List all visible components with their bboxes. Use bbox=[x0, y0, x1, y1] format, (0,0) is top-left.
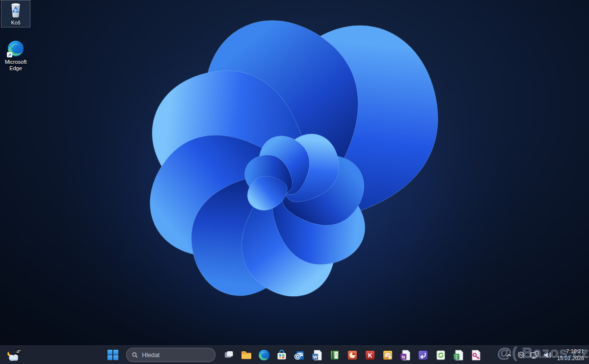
powerpoint-icon bbox=[346, 349, 359, 362]
desktop-wallpaper: Koš ↗ Microsoft Edge bbox=[0, 0, 589, 346]
onenote-icon: N bbox=[399, 349, 412, 362]
access-2007-button[interactable] bbox=[467, 347, 485, 363]
clock[interactable]: 7:10:21 15.01.2026 bbox=[555, 347, 587, 363]
volume-button[interactable] bbox=[541, 347, 554, 363]
powerpoint-2007-button[interactable] bbox=[344, 347, 361, 363]
search-icon bbox=[132, 352, 137, 358]
volume-icon bbox=[543, 351, 552, 359]
excel-icon bbox=[452, 349, 465, 362]
file-explorer-icon bbox=[240, 349, 253, 362]
desktop-icon-edge[interactable]: ↗ Microsoft Edge bbox=[1, 38, 30, 73]
outlook-button[interactable] bbox=[291, 347, 308, 363]
svg-text:N: N bbox=[402, 354, 405, 359]
task-view-icon bbox=[222, 349, 235, 362]
onenote-2007-button[interactable]: N bbox=[397, 347, 414, 363]
tray-time: 7:10:21 bbox=[557, 348, 584, 355]
no-internet-icon bbox=[517, 351, 525, 359]
search-input[interactable] bbox=[141, 351, 210, 359]
desktop-icon-label: Microsoft Edge bbox=[1, 59, 30, 72]
green-notebook-button[interactable] bbox=[326, 347, 344, 363]
red-k-app-icon: K bbox=[364, 349, 376, 362]
network-status-button[interactable] bbox=[515, 347, 527, 363]
weather-icon: -2° bbox=[3, 347, 26, 363]
word-2007-button[interactable]: W bbox=[308, 347, 326, 363]
groove-icon bbox=[434, 349, 447, 362]
microsoft-store-button[interactable] bbox=[273, 347, 291, 363]
outlook-2007-icon bbox=[381, 349, 394, 362]
hidden-icons-chevron-button[interactable] bbox=[504, 347, 514, 363]
tray-date: 15.01.2026 bbox=[557, 355, 584, 362]
task-view-button[interactable] bbox=[220, 347, 238, 363]
microsoft-store-icon bbox=[275, 349, 288, 362]
start-button[interactable] bbox=[104, 347, 122, 363]
chevron-up-icon bbox=[506, 352, 512, 359]
taskbar-search[interactable] bbox=[126, 348, 215, 362]
widgets-weather-button[interactable]: -2° bbox=[3, 346, 34, 364]
shortcut-arrow-icon: ↗ bbox=[7, 52, 12, 57]
windows-logo-icon bbox=[107, 350, 118, 361]
outlook-icon bbox=[293, 349, 306, 362]
system-tray: 7:10:21 15.01.2026 bbox=[504, 346, 587, 364]
svg-text:K: K bbox=[368, 352, 373, 359]
desktop-icon-label: Koš bbox=[11, 20, 21, 26]
desktop-icon-recycle-bin[interactable]: Koš bbox=[1, 0, 30, 27]
file-explorer-button[interactable] bbox=[238, 347, 255, 363]
taskbar: -2° bbox=[0, 345, 589, 364]
display-device-button[interactable] bbox=[528, 347, 541, 363]
recycle-bin-icon bbox=[7, 1, 25, 19]
svg-text:W: W bbox=[313, 354, 318, 359]
red-k-app-button[interactable]: K bbox=[361, 347, 379, 363]
groove-2007-button[interactable] bbox=[432, 347, 450, 363]
outlook-2007-button[interactable] bbox=[379, 347, 397, 363]
edge-taskbar-button[interactable] bbox=[255, 347, 273, 363]
access-icon bbox=[470, 349, 482, 362]
temperature-badge: -2° bbox=[16, 349, 21, 354]
purple-arrow-app-button[interactable] bbox=[414, 347, 432, 363]
word-icon: W bbox=[311, 349, 323, 362]
notebook-icon bbox=[328, 349, 341, 362]
excel-2007-button[interactable] bbox=[450, 347, 467, 363]
bloom-wallpaper-art bbox=[0, 0, 589, 346]
purple-arrow-app-icon bbox=[417, 349, 429, 362]
taskbar-center-group: W K bbox=[104, 346, 485, 364]
edge-icon bbox=[258, 349, 270, 362]
display-icon bbox=[530, 351, 539, 360]
